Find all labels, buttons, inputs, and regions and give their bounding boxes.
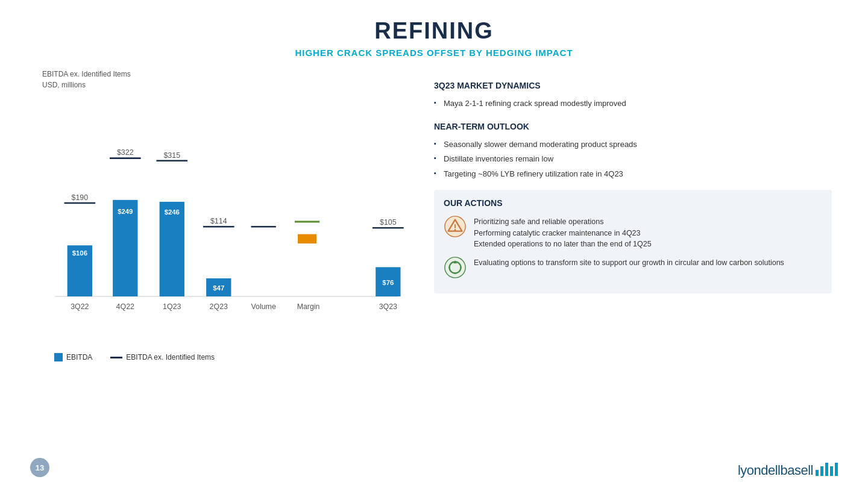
logo-area: lyondellbasell [738, 463, 838, 478]
svg-text:Volume: Volume [251, 302, 276, 311]
safety-icon [444, 215, 467, 238]
outlook-item-3: Targeting ~80% LYB refinery utilization … [434, 167, 832, 181]
svg-text:$114: $114 [210, 217, 227, 225]
logo-bar-4 [830, 466, 833, 476]
bar-chart: $190 $106 3Q22 $322 $249 4Q22 [36, 95, 410, 348]
outlook-item-1: Seasonally slower demand moderating prod… [434, 137, 832, 152]
svg-text:3Q23: 3Q23 [379, 302, 397, 311]
actions-title: OUR ACTIONS [444, 198, 822, 208]
svg-text:$190: $190 [72, 193, 89, 202]
logo-text: lyondellbasell [738, 463, 813, 478]
market-dynamics-item-1: Maya 2-1-1 refining crack spread modestl… [434, 96, 832, 111]
svg-text:Margin: Margin [297, 302, 320, 311]
slide-page: REFINING HIGHER CRACK SPREADS OFFSET BY … [0, 0, 868, 488]
svg-text:$47: $47 [213, 284, 224, 292]
market-dynamics-title: 3Q23 MARKET DYNAMICS [434, 81, 832, 90]
logo-bar-3 [825, 463, 828, 476]
svg-text:$322: $322 [117, 148, 134, 157]
logo-bar-1 [816, 470, 819, 476]
action-text-1: Prioritizing safe and reliable operation… [474, 215, 652, 250]
chart-container: $190 $106 3Q22 $322 $249 4Q22 [36, 95, 410, 348]
svg-text:$106: $106 [72, 249, 87, 257]
market-dynamics-list: Maya 2-1-1 refining crack spread modestl… [434, 96, 832, 111]
svg-point-34 [454, 229, 456, 231]
page-number: 13 [30, 458, 49, 477]
legend-ebitda-color [54, 353, 63, 361]
svg-text:$76: $76 [382, 279, 394, 286]
outlook-list: Seasonally slower demand moderating prod… [434, 137, 832, 181]
chart-label-line1: EBITDA ex. Identified Items [42, 70, 410, 78]
logo-bar-5 [835, 463, 838, 476]
content-area: EBITDA ex. Identified Items USD, million… [36, 70, 832, 361]
svg-text:$315: $315 [163, 151, 180, 160]
chart-legend: EBITDA EBITDA ex. Identified Items [54, 353, 410, 361]
left-panel: EBITDA ex. Identified Items USD, million… [36, 70, 410, 361]
outlook-item-2: Distillate inventories remain low [434, 152, 832, 166]
subtitle: HIGHER CRACK SPREADS OFFSET BY HEDGING I… [36, 48, 832, 58]
outlook-title: NEAR-TERM OUTLOOK [434, 122, 832, 131]
svg-text:$246: $246 [165, 208, 180, 216]
action-text-2: Evaluating options to transform site to … [474, 256, 784, 269]
actions-box: OUR ACTIONS Prioritizing safe and reliab… [434, 190, 832, 293]
svg-rect-24 [298, 234, 316, 244]
svg-rect-13 [160, 202, 184, 296]
circular-icon [444, 256, 467, 279]
legend-ebitda: EBITDA [54, 353, 92, 361]
legend-ebitda-ex-label: EBITDA ex. Identified Items [126, 353, 215, 361]
legend-ebitda-ex-line [110, 357, 122, 358]
action-item-2: Evaluating options to transform site to … [444, 256, 822, 279]
main-title: REFINING [36, 18, 832, 44]
svg-text:1Q23: 1Q23 [163, 302, 181, 311]
logo-bar-2 [820, 466, 823, 476]
legend-ebitda-ex: EBITDA ex. Identified Items [110, 353, 215, 361]
svg-text:$249: $249 [118, 208, 133, 215]
svg-point-35 [445, 257, 465, 278]
chart-label-line2: USD, millions [42, 81, 410, 89]
logo-bars [816, 463, 838, 476]
right-panel: 3Q23 MARKET DYNAMICS Maya 2-1-1 refining… [434, 70, 832, 361]
svg-text:$105: $105 [380, 218, 397, 227]
svg-text:2Q23: 2Q23 [210, 302, 228, 311]
action-item-1: Prioritizing safe and reliable operation… [444, 215, 822, 250]
legend-ebitda-label: EBITDA [66, 353, 92, 361]
svg-text:4Q22: 4Q22 [116, 302, 134, 311]
svg-text:3Q22: 3Q22 [71, 302, 89, 311]
slide-header: REFINING HIGHER CRACK SPREADS OFFSET BY … [36, 18, 832, 58]
